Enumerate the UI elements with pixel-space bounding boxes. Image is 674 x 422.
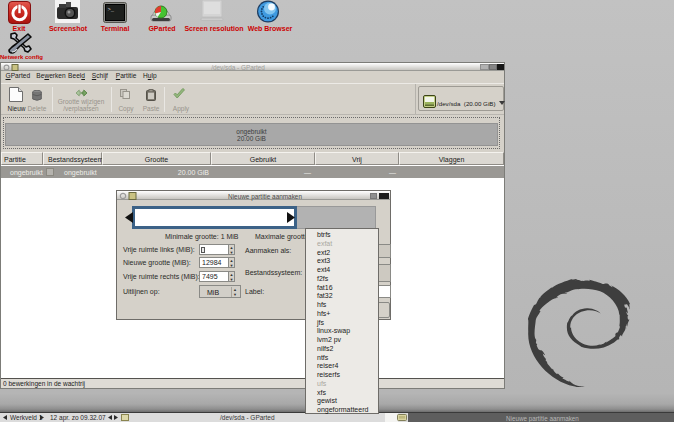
svg-text:>_: >_ bbox=[108, 6, 115, 13]
